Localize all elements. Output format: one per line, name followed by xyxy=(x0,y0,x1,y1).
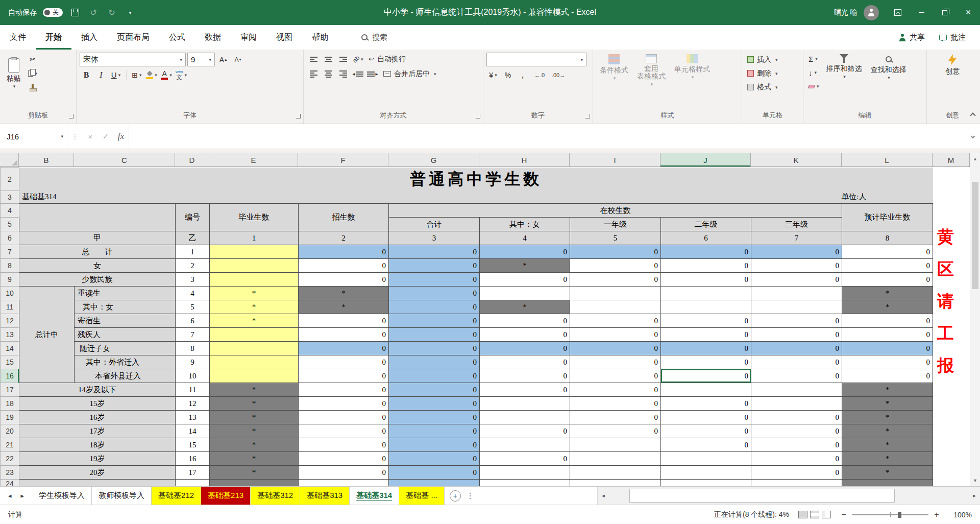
header-sub-4[interactable]: 三年级 xyxy=(751,218,842,231)
align-center-button[interactable] xyxy=(322,67,335,80)
cell-F22[interactable]: 0 xyxy=(299,452,389,466)
cell-F8[interactable]: 0 xyxy=(299,259,389,273)
prev-sheet-button[interactable]: ◂ xyxy=(8,492,12,499)
search-box[interactable]: 搜索 xyxy=(361,25,387,50)
zoom-in-button[interactable]: + xyxy=(933,510,940,519)
cell-M18[interactable] xyxy=(933,397,970,411)
scroll-down-button[interactable]: ▼ xyxy=(970,475,980,486)
cell-E22[interactable]: * xyxy=(210,452,299,466)
cell-E13[interactable] xyxy=(210,328,299,342)
cell-J20[interactable]: 0 xyxy=(661,424,751,438)
cell-M23[interactable] xyxy=(933,466,970,480)
fill-button[interactable]: ↓▾ xyxy=(806,66,821,79)
clipboard-dialog-launcher[interactable] xyxy=(69,114,74,118)
row-label-23[interactable]: 20岁 xyxy=(19,466,176,480)
increase-font-button[interactable]: A▴ xyxy=(216,53,230,66)
format-as-table-button[interactable]: 套用表格格式 ▾ xyxy=(633,53,669,88)
cell-E18[interactable]: * xyxy=(210,397,299,411)
header-enrollment[interactable]: 招生数 xyxy=(299,204,389,231)
horizontal-scroll-track[interactable] xyxy=(609,487,969,505)
cell-H20[interactable]: 0 xyxy=(480,424,570,438)
cell-F11[interactable]: * xyxy=(299,300,389,314)
zoom-slider[interactable] xyxy=(852,514,928,515)
row-label-12[interactable]: 寄宿生 xyxy=(75,314,176,328)
find-select-button[interactable]: 查找和选择 ▾ xyxy=(867,53,910,82)
cell-G13[interactable]: 0 xyxy=(389,328,480,342)
cell-H15[interactable]: 0 xyxy=(480,355,570,369)
cell-L22[interactable]: * xyxy=(842,452,933,466)
cell-L17[interactable]: * xyxy=(842,383,933,397)
cell-M4[interactable] xyxy=(933,204,970,218)
row-header-23[interactable]: 23 xyxy=(1,466,19,480)
cell-F14[interactable]: 0 xyxy=(299,342,389,355)
ribbon-tab-文件[interactable]: 文件 xyxy=(0,25,36,50)
cell-K18[interactable] xyxy=(751,397,842,411)
cell-K12[interactable]: 0 xyxy=(751,314,842,328)
cell-J16[interactable]: 0 xyxy=(661,369,751,383)
column-header-D[interactable]: D xyxy=(175,153,209,166)
cell-J18[interactable]: 0 xyxy=(661,397,751,411)
sheet-tab-基础基313[interactable]: 基础基313 xyxy=(300,487,350,505)
row-header-12[interactable]: 12 xyxy=(1,314,19,328)
cell-E20[interactable]: * xyxy=(210,424,299,438)
align-top-button[interactable] xyxy=(307,53,320,65)
cell-J17[interactable] xyxy=(661,383,751,397)
code-cell-9[interactable]: 3 xyxy=(176,273,210,287)
cell-K7[interactable]: 0 xyxy=(751,245,842,259)
cell-G18[interactable]: 0 xyxy=(389,397,480,411)
cell-K20[interactable]: 0 xyxy=(751,424,842,438)
cell-K11[interactable] xyxy=(751,300,842,314)
page-break-view-button[interactable] xyxy=(822,511,831,518)
header-code-2[interactable]: 2 xyxy=(299,231,389,245)
cell-H16[interactable]: 0 xyxy=(480,369,570,383)
row-header-18[interactable]: 18 xyxy=(1,397,19,411)
header-blank[interactable] xyxy=(19,204,176,231)
normal-view-button[interactable] xyxy=(798,511,807,518)
code-cell-20[interactable]: 14 xyxy=(176,424,210,438)
cell-K19[interactable]: 0 xyxy=(751,411,842,424)
sheet-tab-基础基 ...[interactable]: 基础基 ... xyxy=(399,487,445,505)
sheet-code-row[interactable]: 基础基314单位:人 xyxy=(19,191,933,204)
row-label-14[interactable]: 随迁子女 xyxy=(75,342,176,355)
scroll-up-button[interactable]: ▲ xyxy=(970,153,980,164)
cell-M19[interactable] xyxy=(933,411,970,424)
ribbon-tab-开始[interactable]: 开始 xyxy=(36,25,71,50)
cell-G11[interactable]: 0 xyxy=(389,300,480,314)
cell-G16[interactable]: 0 xyxy=(389,369,480,383)
code-cell-19[interactable]: 13 xyxy=(176,411,210,424)
cell-J11[interactable] xyxy=(661,300,751,314)
column-header-B[interactable]: B xyxy=(19,153,74,166)
cell-H11[interactable]: * xyxy=(480,300,570,314)
cell-G8[interactable]: 0 xyxy=(389,259,480,273)
row-header-15[interactable]: 15 xyxy=(1,355,19,369)
cell-M22[interactable] xyxy=(933,452,970,466)
cell-J15[interactable]: 0 xyxy=(661,355,751,369)
name-box[interactable]: J16▾ xyxy=(0,124,67,149)
code-cell-12[interactable]: 6 xyxy=(176,314,210,328)
restore-button[interactable] xyxy=(933,0,957,25)
number-dialog-launcher[interactable] xyxy=(585,114,590,118)
cell-G20[interactable]: 0 xyxy=(389,424,480,438)
code-cell-23[interactable]: 17 xyxy=(176,466,210,480)
cell-I21[interactable] xyxy=(570,438,661,452)
ribbon-tab-页面布局[interactable]: 页面布局 xyxy=(107,25,159,50)
cell-M20[interactable] xyxy=(933,424,970,438)
increase-indent-button[interactable]: ▸ xyxy=(366,67,379,80)
cell-M24[interactable] xyxy=(933,480,970,487)
code-cell-11[interactable]: 5 xyxy=(176,300,210,314)
autosave-toggle[interactable]: 关 xyxy=(43,8,63,17)
cell-G23[interactable]: 0 xyxy=(389,466,480,480)
horizontal-scroll-thumb[interactable] xyxy=(629,489,895,503)
cell-E14[interactable] xyxy=(210,342,299,355)
merge-center-button[interactable]: 合并后居中▾ xyxy=(381,67,439,80)
next-sheet-button[interactable]: ▸ xyxy=(21,492,24,499)
cell-H9[interactable]: 0 xyxy=(480,273,570,287)
cell-J23[interactable] xyxy=(661,466,751,480)
ribbon-tab-帮助[interactable]: 帮助 xyxy=(302,25,338,50)
row-label-19[interactable]: 16岁 xyxy=(19,411,176,424)
new-sheet-button[interactable]: + xyxy=(450,490,461,502)
percent-style-button[interactable]: % xyxy=(501,68,514,81)
header-code-3[interactable]: 3 xyxy=(389,231,480,245)
row-label-16[interactable]: 本省外县迁入 xyxy=(75,369,176,383)
cell-E15[interactable] xyxy=(210,355,299,369)
